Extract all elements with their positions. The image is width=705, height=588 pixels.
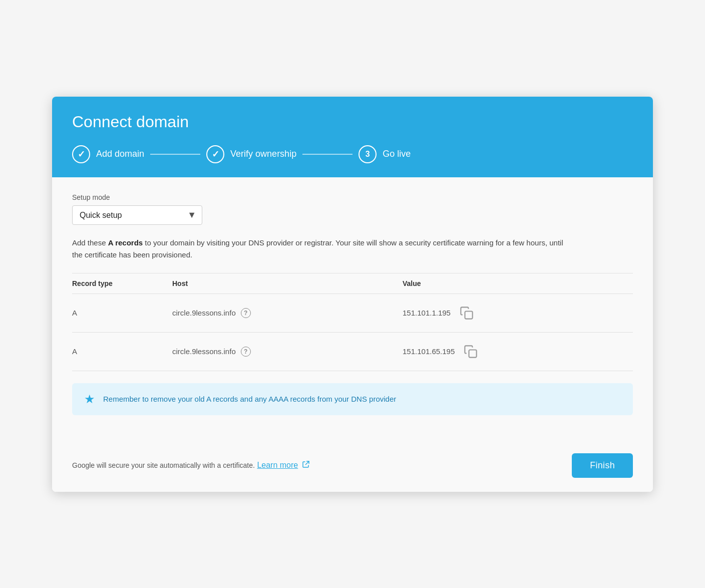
setup-mode-select[interactable]: Quick setup Advanced setup [72, 205, 202, 225]
step-1-checkmark: ✓ [78, 149, 85, 160]
connect-domain-modal: Connect domain ✓ Add domain ✓ Verify own… [52, 97, 653, 492]
description-text: Add these A records to your domain by vi… [72, 237, 573, 261]
step-1-label: Add domain [96, 149, 144, 159]
help-question-mark-1: ? [244, 310, 247, 317]
step-add-domain: ✓ Add domain [72, 145, 144, 163]
help-icon-row-1[interactable]: ? [241, 308, 251, 318]
copy-button-row-1[interactable] [458, 304, 476, 322]
step-2-label: Verify ownership [230, 149, 296, 159]
row-1-type: A [72, 309, 172, 317]
description-after: to your domain by visiting your DNS prov… [72, 238, 563, 259]
help-question-mark-2: ? [244, 348, 247, 355]
row-1-value: 151.101.1.195 [403, 309, 451, 317]
row-2-value-cell: 151.101.65.195 [403, 343, 633, 361]
row-2-value: 151.101.65.195 [403, 347, 455, 356]
step-line-1 [150, 154, 200, 155]
copy-icon-row-1 [460, 306, 474, 320]
description-bold: A records [108, 238, 143, 247]
svg-rect-0 [465, 311, 472, 319]
setup-mode-label: Setup mode [72, 193, 633, 201]
svg-rect-1 [469, 350, 477, 357]
step-2-circle: ✓ [206, 145, 224, 163]
footer-text-area: Google will secure your site automatical… [72, 461, 309, 470]
copy-button-row-2[interactable] [462, 343, 480, 361]
table-row: A circle.9lessons.info ? 151.101.65.195 [72, 333, 633, 371]
modal-footer: Google will secure your site automatical… [52, 445, 653, 492]
row-1-host-cell: circle.9lessons.info ? [172, 308, 403, 318]
help-icon-row-2[interactable]: ? [241, 347, 251, 357]
table-row: A circle.9lessons.info ? 151.101.1.195 [72, 294, 633, 333]
setup-mode-select-wrapper: Quick setup Advanced setup ▼ [72, 205, 202, 225]
description-before: Add these [72, 238, 108, 247]
finish-button[interactable]: Finish [572, 453, 633, 478]
learn-more-link[interactable]: Learn more [257, 461, 298, 469]
info-banner: ★ Remember to remove your old A records … [72, 383, 633, 415]
star-icon: ★ [84, 392, 95, 406]
step-line-2 [302, 154, 352, 155]
info-banner-text: Remember to remove your old A records an… [103, 395, 396, 403]
external-link-icon [302, 461, 309, 469]
copy-icon-row-2 [464, 345, 478, 359]
step-3-label: Go live [383, 149, 411, 159]
stepper: ✓ Add domain ✓ Verify ownership 3 Go liv… [72, 145, 633, 163]
step-1-circle: ✓ [72, 145, 90, 163]
step-2-checkmark: ✓ [212, 149, 219, 160]
modal-body: Setup mode Quick setup Advanced setup ▼ … [52, 177, 653, 445]
row-2-host: circle.9lessons.info [172, 347, 236, 356]
row-1-value-cell: 151.101.1.195 [403, 304, 633, 322]
step-3-number: 3 [366, 150, 370, 159]
col-header-type: Record type [72, 279, 172, 287]
modal-header: Connect domain ✓ Add domain ✓ Verify own… [52, 97, 653, 177]
dns-records-table: Record type Host Value A circle.9lessons… [72, 273, 633, 371]
col-header-value: Value [403, 279, 633, 287]
row-2-type: A [72, 347, 172, 356]
step-go-live: 3 Go live [359, 145, 411, 163]
footer-static-text: Google will secure your site automatical… [72, 461, 255, 469]
table-header-row: Record type Host Value [72, 273, 633, 294]
step-verify-ownership: ✓ Verify ownership [206, 145, 296, 163]
modal-title: Connect domain [72, 113, 633, 131]
svg-line-2 [305, 461, 309, 465]
step-3-circle: 3 [359, 145, 377, 163]
row-2-host-cell: circle.9lessons.info ? [172, 347, 403, 357]
row-1-host: circle.9lessons.info [172, 309, 236, 317]
col-header-host: Host [172, 279, 403, 287]
